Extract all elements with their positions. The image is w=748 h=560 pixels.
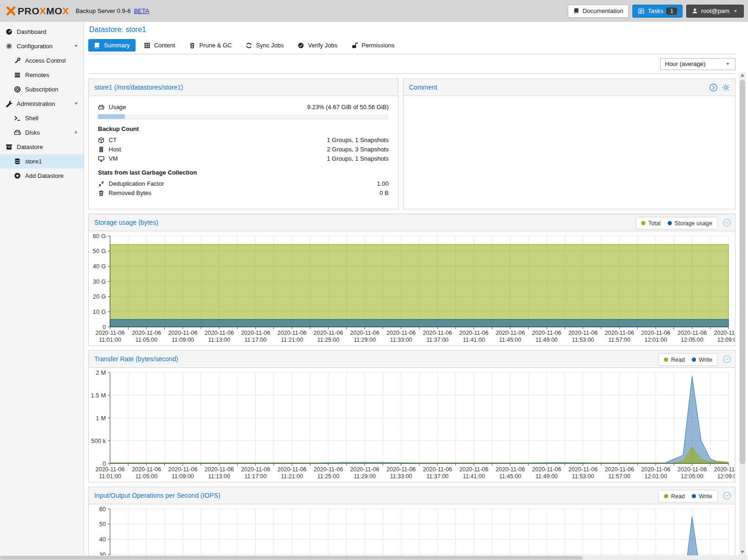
svg-text:50: 50: [99, 521, 106, 527]
user-menu-button[interactable]: root@pam: [686, 5, 744, 18]
minus-circle-icon[interactable]: [722, 218, 731, 227]
sidebar-item-datastore[interactable]: Datastore: [0, 140, 84, 154]
sync-icon: [246, 42, 252, 49]
minus-circle-icon[interactable]: [722, 491, 731, 500]
tab-permissions[interactable]: Permissions: [346, 39, 400, 52]
legend-item-total[interactable]: Total: [641, 220, 660, 227]
comment-panel-tools: [709, 83, 730, 92]
gc-row-deduplication-factor: Deduplication Factor1.00: [98, 179, 389, 188]
gear-icon[interactable]: [722, 83, 730, 92]
terminal-icon: [14, 115, 21, 122]
svg-text:2020-11-0611:13:00: 2020-11-0611:13:00: [205, 466, 234, 480]
transfer-chart-svg: 0500 k1 M1.5 M2 M2020-11-0611:01:002020-…: [89, 368, 735, 482]
app-header: PROXMOX Backup Server 0.9-6 BETA Documen…: [0, 0, 748, 22]
check-circle-icon: [298, 42, 304, 49]
legend-dot: [641, 221, 645, 225]
scroll-down-arrow-icon[interactable]: [739, 549, 746, 555]
svg-text:10 G: 10 G: [93, 308, 106, 315]
minus-circle-icon[interactable]: [722, 355, 731, 364]
caret-down-icon[interactable]: [73, 43, 79, 49]
iops-chart: 01020304050602020-11-0611:01:002020-11-0…: [89, 504, 735, 555]
documentation-button[interactable]: Documentation: [568, 5, 629, 18]
svg-text:50 G: 50 G: [93, 247, 106, 254]
sidebar-item-subscription[interactable]: Subscription: [0, 82, 84, 97]
iops-chart-svg: 01020304050602020-11-0611:01:002020-11-0…: [89, 504, 735, 555]
svg-text:20 G: 20 G: [93, 293, 106, 300]
vertical-scrollbar-thumb[interactable]: [740, 80, 745, 464]
tasks-button[interactable]: Tasks 1: [632, 5, 683, 18]
sidebar-item-add-datastore[interactable]: Add Datastore: [0, 169, 84, 183]
caret-down-icon[interactable]: [73, 100, 79, 107]
tab-sync-jobs[interactable]: Sync Jobs: [240, 39, 289, 52]
legend-item-read[interactable]: Read: [664, 357, 685, 363]
svg-text:2020-11-0611:25:00: 2020-11-0611:25:00: [314, 466, 343, 480]
tab-summary[interactable]: Summary: [88, 39, 136, 52]
backup-count-row-vm: VM1 Groups, 1 Snapshots: [98, 154, 389, 163]
datastore-info-body: Usage9.23% (4.67 GiB of 50.56 GiB)Backup…: [89, 96, 398, 209]
grid-icon: [144, 42, 150, 49]
legend-item-write[interactable]: Write: [692, 357, 712, 363]
svg-text:2020-11-0611:21:00: 2020-11-0611:21:00: [277, 466, 306, 480]
storage-chart-svg: 010 G20 G30 G40 G50 G60 G2020-11-0611:01…: [89, 231, 735, 345]
storage-legend: TotalStorage usage: [636, 217, 718, 229]
database-icon: [14, 158, 21, 165]
sidebar-item-dashboard[interactable]: Dashboard: [0, 25, 84, 39]
sidebar-item-remotes[interactable]: Remotes: [0, 68, 84, 82]
summary-row: store1 (/mnt/datastores/store1) Usage9.2…: [88, 78, 735, 209]
svg-text:30 G: 30 G: [93, 278, 106, 285]
transfer-panel-header: Transfer Rate (bytes/second) ReadWrite: [89, 351, 735, 368]
hdd-icon: [14, 129, 21, 136]
storage-panel-header: Storage usage (bytes) TotalStorage usage: [89, 214, 735, 231]
beta-link[interactable]: BETA: [134, 7, 149, 14]
plus-circle-icon: [14, 172, 21, 179]
header-buttons: Documentation Tasks 1 root@pam: [568, 5, 744, 18]
vertical-scrollbar[interactable]: [739, 72, 746, 555]
sidebar-item-store1[interactable]: store1: [0, 154, 84, 169]
book-icon: [94, 42, 100, 49]
time-range-select[interactable]: Hour (average): [660, 58, 735, 70]
legend-item-write[interactable]: Write: [692, 493, 712, 500]
chevron-circle-right-icon[interactable]: [709, 83, 718, 92]
scroll-up-arrow-icon[interactable]: [739, 72, 746, 78]
sidebar-item-configuration[interactable]: Configuration: [0, 39, 84, 53]
svg-text:60 G: 60 G: [93, 233, 106, 240]
svg-text:2020-11-0611:33:00: 2020-11-0611:33:00: [386, 330, 416, 343]
building-icon: [98, 146, 104, 153]
sidebar-item-disks[interactable]: Disks: [0, 125, 84, 140]
sidebar-item-administration[interactable]: Administration: [0, 97, 84, 111]
sidebar-item-label: Datastore: [17, 143, 43, 150]
svg-text:2020-11-0611:37:00: 2020-11-0611:37:00: [423, 466, 452, 480]
dashboard-icon: [6, 28, 13, 35]
tab-label: Sync Jobs: [256, 42, 284, 49]
legend-dot: [664, 494, 668, 498]
comment-panel-title: Comment: [409, 84, 437, 91]
desktop-icon: [98, 156, 104, 162]
hdd-icon: [98, 104, 104, 111]
svg-text:2020-11-0612:05:00: 2020-11-0612:05:00: [677, 466, 707, 480]
tab-verify-jobs[interactable]: Verify Jobs: [292, 39, 343, 52]
caret-right-icon[interactable]: [73, 129, 79, 136]
tab-label: Summary: [104, 42, 130, 49]
svg-text:2020-11-0611:17:00: 2020-11-0611:17:00: [241, 466, 270, 480]
horizontal-scrollbar-thumb[interactable]: [0, 556, 583, 560]
legend-item-read[interactable]: Read: [664, 493, 685, 500]
remotes-icon: [14, 72, 21, 78]
svg-text:2020-11-0611:29:00: 2020-11-0611:29:00: [350, 466, 379, 480]
archive-icon: [6, 143, 13, 150]
wrench-icon: [6, 100, 13, 107]
legend-dot: [692, 358, 696, 362]
main-content: Datastore: store1 SummaryContentPrune & …: [85, 22, 748, 555]
tasks-count-badge: 1: [666, 7, 677, 15]
sidebar-item-access-control[interactable]: Access Control: [0, 53, 84, 68]
backup-count-row-host: Host2 Groups, 3 Snapshots: [98, 145, 389, 154]
horizontal-scrollbar[interactable]: [0, 555, 748, 560]
unlock-icon: [351, 42, 358, 49]
tab-prune-gc[interactable]: Prune & GC: [183, 39, 237, 52]
legend-item-storage-usage[interactable]: Storage usage: [668, 220, 712, 227]
sidebar-item-shell[interactable]: Shell: [0, 111, 84, 125]
product-name: Backup Server 0.9-6: [76, 7, 131, 14]
tab-content[interactable]: Content: [138, 39, 181, 52]
svg-text:1 M: 1 M: [96, 415, 106, 422]
svg-text:2020-11-0611:41:00: 2020-11-0611:41:00: [459, 330, 488, 343]
comment-body[interactable]: [403, 96, 735, 209]
